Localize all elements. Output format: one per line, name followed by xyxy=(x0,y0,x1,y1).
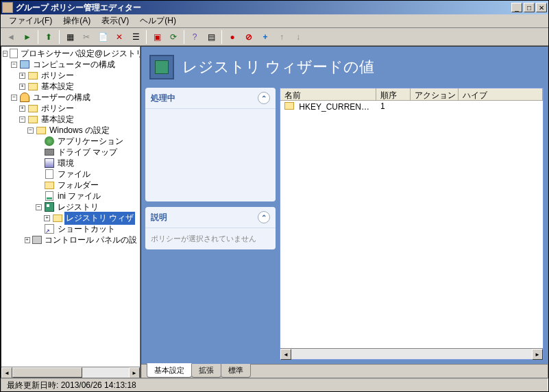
help-icon[interactable]: ? xyxy=(187,29,202,45)
forward-button[interactable]: ► xyxy=(20,29,35,45)
application-icon xyxy=(45,136,54,146)
expander-icon[interactable]: − xyxy=(11,95,17,101)
menu-view[interactable]: 表示(V) xyxy=(96,14,134,28)
policy-doc-icon xyxy=(10,49,18,58)
list-area: 名前 順序 アクション ハイブ HKEY_CURRENT_U... 1 xyxy=(280,88,544,360)
refresh-icon[interactable]: ⟳ xyxy=(166,29,181,45)
folder-icon xyxy=(53,215,62,222)
col-hive[interactable]: ハイブ xyxy=(459,88,543,100)
delete-icon[interactable]: ✕ xyxy=(112,29,127,45)
title-bar: グループ ポリシー管理エディター _ □ ✕ xyxy=(1,1,548,14)
expander-icon[interactable]: + xyxy=(19,73,25,79)
folder-icon xyxy=(284,102,294,110)
close-button[interactable]: ✕ xyxy=(536,3,547,12)
expander-icon[interactable]: + xyxy=(25,237,30,243)
shortcut-icon xyxy=(45,224,54,234)
up-button[interactable]: ⬆ xyxy=(41,29,56,45)
description-panel: 説明 ⌃ ポリシーが選択されていません xyxy=(145,207,276,249)
collapse-button[interactable]: ⌃ xyxy=(258,92,270,104)
expander-icon[interactable]: + xyxy=(19,84,25,90)
description-panel-body: ポリシーが選択されていません xyxy=(145,228,276,249)
menu-bar: ファイル(F) 操作(A) 表示(V) ヘルプ(H) xyxy=(1,14,548,28)
minimize-button[interactable]: _ xyxy=(511,3,522,12)
status-text: 最終更新日時: 2013/06/26 14:13:18 xyxy=(4,379,139,392)
processing-panel: 処理中 ⌃ xyxy=(145,88,276,201)
ini-icon xyxy=(45,191,53,201)
folder-icon xyxy=(28,105,38,112)
bottom-tabs: 基本設定 拡張 標準 xyxy=(141,364,548,378)
menu-action[interactable]: 操作(A) xyxy=(58,14,96,28)
copy-icon[interactable]: 📄 xyxy=(95,29,110,45)
registry-header-icon xyxy=(149,55,174,79)
tree-pane: − プロキシサーバ設定@レジストリ [MI − コンピューターの構成 + ポリシ… xyxy=(1,46,141,378)
expander-icon[interactable]: − xyxy=(36,204,42,210)
menu-file[interactable]: ファイル(F) xyxy=(3,14,58,28)
processing-panel-title: 処理中 xyxy=(151,93,175,104)
col-name[interactable]: 名前 xyxy=(280,88,376,100)
menu-help[interactable]: ヘルプ(H) xyxy=(134,14,182,28)
tree-control-panel[interactable]: + コントロール パネルの設 xyxy=(3,234,138,245)
move-down-icon[interactable]: ↓ xyxy=(291,29,306,45)
scroll-right-button[interactable]: ► xyxy=(129,367,140,378)
tree-h-scrollbar[interactable]: ◄ ► xyxy=(1,367,140,378)
user-icon xyxy=(20,93,29,102)
app-icon xyxy=(2,2,13,13)
control-panel-icon xyxy=(32,236,42,244)
maximize-button[interactable]: □ xyxy=(524,3,535,12)
collapse-button[interactable]: ⌃ xyxy=(258,211,270,223)
folder-icon xyxy=(45,182,54,189)
cell-hive xyxy=(459,106,543,107)
computer-icon xyxy=(20,60,29,69)
processing-panel-body xyxy=(145,109,276,120)
cell-name: HKEY_CURRENT_U... xyxy=(299,102,376,112)
file-icon xyxy=(45,169,53,179)
content-pane: レジストリ ウィザードの値 処理中 ⌃ 説明 ⌃ xyxy=(141,46,548,378)
cut-icon[interactable]: ✂ xyxy=(79,29,94,45)
col-order[interactable]: 順序 xyxy=(376,88,411,100)
folder-icon xyxy=(36,127,46,134)
tree[interactable]: − プロキシサーバ設定@レジストリ [MI − コンピューターの構成 + ポリシ… xyxy=(1,47,140,367)
view-toggle-icon[interactable]: ▣ xyxy=(149,29,164,45)
list-h-scrollbar[interactable]: ◄ ► xyxy=(280,348,543,359)
content-header: レジストリ ウィザードの値 xyxy=(141,47,548,88)
folder-icon xyxy=(28,116,38,123)
folder-icon xyxy=(28,83,38,90)
environment-icon xyxy=(45,158,54,168)
scroll-left-button[interactable]: ◄ xyxy=(280,349,291,360)
description-panel-title: 説明 xyxy=(151,212,167,223)
show-hide-button[interactable]: ▦ xyxy=(62,29,77,45)
list-icon[interactable]: ▤ xyxy=(204,29,219,45)
tab-basic[interactable]: 基本設定 xyxy=(147,363,192,378)
tab-standard[interactable]: 標準 xyxy=(221,364,251,378)
list-body[interactable]: HKEY_CURRENT_U... 1 xyxy=(280,101,543,348)
list-row[interactable]: HKEY_CURRENT_U... 1 xyxy=(280,101,543,112)
drive-icon xyxy=(45,149,54,156)
content-title: レジストリ ウィザードの値 xyxy=(182,57,374,77)
add-icon[interactable]: + xyxy=(258,29,273,45)
folder-icon xyxy=(28,72,38,79)
registry-icon xyxy=(45,202,54,212)
toolbar: ◄ ► ⬆ ▦ ✂ 📄 ✕ ☰ ▣ ⟳ ? ▤ ● ⊘ + ↑ ↓ xyxy=(1,28,548,46)
expander-icon[interactable]: − xyxy=(19,117,25,123)
cell-order: 1 xyxy=(376,101,411,112)
list-header: 名前 順序 アクション ハイブ xyxy=(280,88,543,101)
expander-icon[interactable]: + xyxy=(19,106,25,112)
expander-icon[interactable]: − xyxy=(3,51,8,57)
back-button[interactable]: ◄ xyxy=(3,29,19,45)
red-light-icon[interactable]: ● xyxy=(225,29,240,45)
expander-icon[interactable]: + xyxy=(44,215,50,221)
window-title: グループ ポリシー管理エディター xyxy=(16,2,511,14)
cell-action xyxy=(411,106,459,107)
main-area: − プロキシサーバ設定@レジストリ [MI − コンピューターの構成 + ポリシ… xyxy=(1,46,548,378)
status-bar: 最終更新日時: 2013/06/26 14:13:18 xyxy=(1,378,548,392)
scroll-right-button[interactable]: ► xyxy=(532,349,543,360)
col-action[interactable]: アクション xyxy=(411,88,459,100)
tab-extended[interactable]: 拡張 xyxy=(191,364,221,378)
expander-icon[interactable]: − xyxy=(27,127,34,134)
properties-icon[interactable]: ☰ xyxy=(128,29,143,45)
scroll-left-button[interactable]: ◄ xyxy=(1,367,12,378)
move-up-icon[interactable]: ↑ xyxy=(274,29,289,45)
scroll-thumb[interactable] xyxy=(12,367,82,378)
stop-icon[interactable]: ⊘ xyxy=(241,29,256,45)
expander-icon[interactable]: − xyxy=(11,62,17,68)
